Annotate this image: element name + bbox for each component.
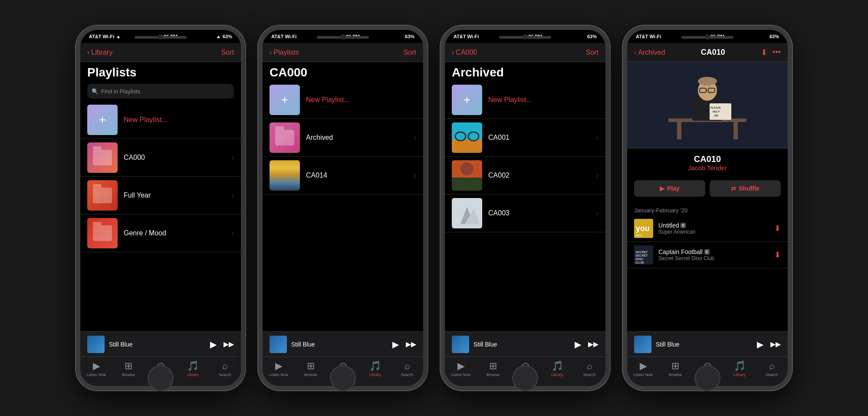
- full-year-item-1[interactable]: Full Year ›: [80, 177, 241, 215]
- folder-icon-full-year: [93, 188, 112, 203]
- tab-browse-1[interactable]: ⊞ Browse: [112, 360, 145, 377]
- content-2: + New Playlist... Archived ›: [263, 81, 423, 331]
- svg-rect-13: [733, 122, 738, 139]
- home-button-2[interactable]: [330, 365, 356, 391]
- tab-library-4[interactable]: 🎵 Library: [723, 360, 756, 377]
- sort-btn-3[interactable]: Sort: [586, 49, 598, 56]
- shuffle-button-4[interactable]: ⇄ Shuffle: [710, 180, 781, 197]
- svg-rect-1: [452, 140, 482, 153]
- np-skip-btn-3[interactable]: ▶▶: [588, 340, 598, 348]
- sort-btn-1[interactable]: Sort: [221, 49, 234, 56]
- home-button-3[interactable]: [512, 365, 538, 391]
- archived-info-2: Archived: [306, 134, 408, 142]
- back-label-2[interactable]: Playlists: [273, 49, 299, 56]
- wifi-icon-1: ▲: [116, 34, 121, 39]
- search-tab-icon-3: ⌕: [587, 360, 592, 372]
- back-label-1[interactable]: Library: [91, 49, 112, 56]
- new-playlist-item-2[interactable]: + New Playlist...: [263, 81, 423, 119]
- tab-search-2[interactable]: ⌕ Search: [391, 360, 423, 377]
- np-play-btn-4[interactable]: ▶: [757, 339, 763, 350]
- new-playlist-item-3[interactable]: + New Playlist...: [445, 81, 605, 119]
- bridge-image: [270, 160, 300, 191]
- tab-search-1[interactable]: ⌕ Search: [209, 360, 241, 377]
- listen-now-label-1: Listen Now: [87, 373, 106, 377]
- np-controls-4: ▶ ▶▶: [757, 339, 781, 350]
- ca002-info-3: CA002: [488, 172, 590, 179]
- now-playing-2[interactable]: Still Blue ▶ ▶▶: [263, 331, 423, 357]
- track-2-info: Captain Football E Secret Secret Dino Cl…: [658, 248, 769, 261]
- archived-label-2: Archived: [306, 134, 408, 142]
- tab-search-4[interactable]: ⌕ Search: [756, 360, 788, 377]
- tab-listen-now-4[interactable]: ▶ Listen Now: [627, 360, 659, 377]
- now-playing-1[interactable]: Still Blue ▶ ▶▶: [80, 331, 241, 357]
- now-playing-3[interactable]: Still Blue ▶ ▶▶: [445, 331, 605, 357]
- tab-browse-3[interactable]: ⊞ Browse: [477, 360, 509, 377]
- np-play-btn-1[interactable]: ▶: [210, 339, 217, 350]
- tab-library-3[interactable]: 🎵 Library: [541, 360, 573, 377]
- tab-browse-2[interactable]: ⊞ Browse: [295, 360, 327, 377]
- tab-listen-now-2[interactable]: ▶ Listen Now: [263, 360, 295, 377]
- archived-chevron-2: ›: [414, 134, 416, 142]
- search-bar-1[interactable]: 🔍 Find in Playlists: [80, 81, 241, 101]
- track-2-badge: E: [704, 249, 710, 254]
- track-2[interactable]: SECRET SECRET DINO CLUB Captain Football…: [627, 242, 788, 268]
- play-button-4[interactable]: ▶ Play: [634, 180, 705, 197]
- ca003-info-3: CA003: [488, 209, 590, 217]
- ca003-item-3[interactable]: CA003 ›: [445, 195, 605, 232]
- search-input-wrapper-1[interactable]: 🔍 Find in Playlists: [87, 84, 234, 99]
- nav-bar-2: ‹ Playlists Sort: [263, 43, 423, 62]
- tab-listen-now-1[interactable]: ▶ Listen Now: [80, 360, 112, 377]
- back-label-4[interactable]: Archived: [638, 49, 665, 56]
- tab-search-3[interactable]: ⌕ Search: [573, 360, 605, 377]
- ca014-chevron-2: ›: [414, 172, 416, 179]
- library-icon-4: 🎵: [734, 360, 746, 372]
- sort-btn-2[interactable]: Sort: [404, 49, 416, 56]
- ca014-item-2[interactable]: CA014 ›: [263, 157, 423, 195]
- archived-item-2[interactable]: Archived ›: [263, 119, 423, 157]
- ca002-chevron-3: ›: [596, 172, 598, 179]
- np-play-btn-2[interactable]: ▶: [392, 339, 399, 350]
- library-label-4: Library: [733, 373, 746, 377]
- nav-back-2[interactable]: ‹ Playlists: [270, 49, 299, 56]
- home-button-1[interactable]: [148, 365, 174, 391]
- new-playlist-item-1[interactable]: + New Playlist...: [80, 101, 241, 139]
- np-skip-btn-2[interactable]: ▶▶: [406, 340, 416, 348]
- folder-icon-genre: [93, 225, 112, 241]
- library-icon-2: 🎵: [369, 360, 381, 372]
- new-playlist-thumb-3: +: [452, 85, 482, 115]
- more-options-icon[interactable]: •••: [773, 48, 781, 57]
- cloud-download-icon[interactable]: ⬇: [761, 48, 767, 57]
- new-playlist-label-1: New Playlist...: [124, 116, 234, 124]
- tab-browse-4[interactable]: ⊞ Browse: [659, 360, 691, 377]
- home-button-4[interactable]: [694, 365, 720, 391]
- track-2-download-icon[interactable]: ⬇: [774, 250, 781, 260]
- carrier-4: AT&T Wi-Fi: [636, 34, 661, 39]
- tab-library-2[interactable]: 🎵 Library: [359, 360, 391, 377]
- track-1-download-icon[interactable]: ⬇: [774, 224, 781, 233]
- page-title-2: CA000: [270, 66, 416, 79]
- archived-thumb-2: [270, 122, 300, 153]
- ca002-item-3[interactable]: CA002 ›: [445, 157, 605, 195]
- tab-listen-now-3[interactable]: ▶ Listen Now: [445, 360, 477, 377]
- ca001-item-3[interactable]: CA001 ›: [445, 119, 605, 157]
- nav-back-4[interactable]: ‹ Archived: [634, 49, 665, 56]
- tab-library-1[interactable]: 🎵 Library: [177, 360, 209, 377]
- browse-icon-1: ⊞: [125, 360, 132, 372]
- np-play-btn-3[interactable]: ▶: [575, 339, 581, 350]
- track-1[interactable]: you woo Untitled E Super American ⬇: [627, 215, 788, 242]
- now-playing-4[interactable]: Still Blue ▶ ▶▶: [627, 331, 788, 357]
- genre-chevron-1: ›: [232, 229, 234, 237]
- status-left-4: AT&T Wi-Fi: [636, 34, 661, 39]
- battery-3: 63%: [587, 34, 597, 39]
- back-label-3[interactable]: CA000: [456, 49, 477, 56]
- nav-back-3[interactable]: ‹ CA000: [452, 49, 477, 56]
- carrier-1: AT&T Wi-Fi: [89, 34, 114, 39]
- status-left-2: AT&T Wi-Fi: [271, 34, 296, 39]
- np-info-4: Still Blue: [656, 341, 753, 348]
- genre-item-1[interactable]: Genre / Mood ›: [80, 215, 241, 252]
- np-skip-btn-4[interactable]: ▶▶: [770, 340, 781, 348]
- browse-label-4: Browse: [669, 373, 682, 377]
- nav-back-1[interactable]: ‹ Library: [87, 49, 112, 56]
- np-skip-btn-1[interactable]: ▶▶: [224, 340, 234, 348]
- ca000-item-1[interactable]: CA000 ›: [80, 139, 241, 177]
